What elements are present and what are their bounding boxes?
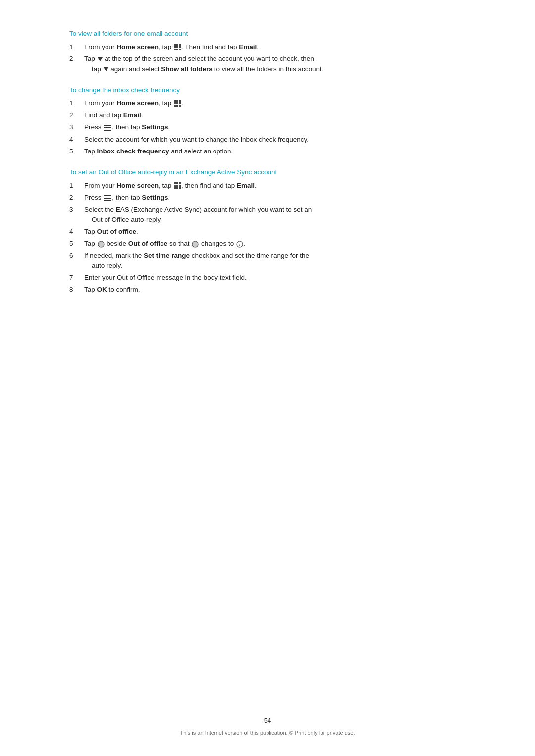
svg-text:i: i [239,242,241,247]
step-item: 4 Tap Out of office. [69,227,466,237]
svg-point-36 [192,241,198,247]
step-number: 1 [69,42,84,52]
step-text: From your Home screen, tap , then find a… [84,181,466,191]
svg-rect-25 [179,182,181,184]
step-item: 2 Find and tap Email. [69,110,466,120]
step-text: Tap OK to confirm. [84,285,466,295]
svg-point-35 [98,241,104,247]
svg-rect-14 [174,102,176,104]
svg-rect-28 [179,185,181,187]
step-item: 2 Press , then tap Settings. [69,193,466,202]
step-item: 5 Tap Inbox check frequency and select a… [69,147,466,156]
svg-rect-34 [104,200,111,201]
svg-rect-27 [176,185,178,187]
step-item: 1 From your Home screen, tap , then find… [69,181,466,191]
step-item: 1 From your Home screen, tap . Then find… [69,42,466,52]
step-item: 1 From your Home screen, tap . [69,99,466,108]
step-number: 1 [69,181,84,191]
step-text: Tap Out of office. [84,227,466,237]
circle-off-icon [192,241,199,248]
step-number: 2 [69,54,84,64]
svg-rect-11 [174,100,176,102]
step-item: 2 Tap at the top of the screen and selec… [69,54,466,74]
svg-rect-32 [104,195,111,196]
step-item: 5 Tap beside Out of office so that chang… [69,239,466,249]
section-heading-view-folders: To view all folders for one email accoun… [69,30,466,37]
svg-rect-12 [176,100,178,102]
steps-view-folders: 1 From your Home screen, tap . Then find… [69,42,466,74]
step-item: 6 If needed, mark the Set time range che… [69,251,466,271]
step-item: 3 Select the EAS (Exchange Active Sync) … [69,205,466,225]
svg-rect-33 [104,198,111,199]
svg-rect-30 [176,187,178,189]
svg-rect-20 [104,125,111,126]
footer-note: This is an Internet version of this publ… [180,730,355,736]
svg-rect-18 [176,105,178,107]
step-text: Tap beside Out of office so that changes… [84,239,466,249]
svg-rect-6 [174,49,176,50]
step-number: 3 [69,122,84,132]
step-text: Enter your Out of Office message in the … [84,273,466,283]
step-number: 4 [69,135,84,145]
step-number: 5 [69,239,84,249]
apps-icon [174,100,181,107]
step-number: 1 [69,99,84,108]
step-number: 2 [69,193,84,202]
circle-on-icon: i [236,241,243,248]
step-text: Select the account for which you want to… [84,135,466,145]
step-number: 5 [69,147,84,156]
step-item: 3 Press , then tap Settings. [69,122,466,132]
svg-rect-7 [176,49,178,50]
svg-rect-23 [174,182,176,184]
step-number: 4 [69,227,84,237]
svg-rect-3 [174,46,176,48]
svg-marker-10 [104,67,108,71]
arrow-down-icon [104,67,108,71]
svg-rect-15 [176,102,178,104]
step-item: 4 Select the account for which you want … [69,135,466,145]
steps-inbox-check: 1 From your Home screen, tap . 2 Find an… [69,99,466,156]
step-text: Find and tap Email. [84,110,466,120]
svg-marker-9 [98,57,103,61]
steps-out-of-office: 1 From your Home screen, tap , then find… [69,181,466,295]
step-text: Tap at the top of the screen and select … [84,54,466,74]
step-number: 3 [69,205,84,215]
svg-rect-22 [104,130,111,131]
step-number: 2 [69,110,84,120]
step-text: Select the EAS (Exchange Active Sync) ac… [84,205,466,225]
step-text: Press , then tap Settings. [84,193,466,202]
step-number: 7 [69,273,84,283]
svg-rect-2 [179,44,181,46]
step-text: From your Home screen, tap . [84,99,466,108]
arrow-down-icon [98,57,103,61]
section-inbox-check: To change the inbox check frequency 1 Fr… [69,86,466,156]
svg-rect-13 [179,100,181,102]
svg-rect-24 [176,182,178,184]
svg-rect-0 [174,44,176,46]
svg-rect-5 [179,46,181,48]
page-container: To view all folders for one email accoun… [0,0,535,756]
step-number: 6 [69,251,84,261]
step-text: Tap Inbox check frequency and select an … [84,147,466,156]
page-number: 54 [0,717,535,724]
section-out-of-office: To set an Out of Office auto-reply in an… [69,168,466,295]
svg-rect-1 [176,44,178,46]
step-text: Press , then tap Settings. [84,122,466,132]
step-item: 7 Enter your Out of Office message in th… [69,273,466,283]
section-heading-out-of-office: To set an Out of Office auto-reply in an… [69,168,466,176]
step-number: 8 [69,285,84,295]
page-footer: 54 This is an Internet version of this p… [0,717,535,736]
svg-rect-21 [104,127,111,128]
circle-off-icon [98,241,105,248]
apps-icon [174,182,181,189]
svg-rect-29 [174,187,176,189]
svg-rect-4 [176,46,178,48]
menu-icon [104,195,111,201]
apps-icon [174,44,181,50]
svg-rect-8 [179,49,181,50]
section-heading-inbox-check: To change the inbox check frequency [69,86,466,94]
menu-icon [104,125,111,131]
svg-rect-31 [179,187,181,189]
section-view-folders: To view all folders for one email accoun… [69,30,466,74]
svg-rect-16 [179,102,181,104]
